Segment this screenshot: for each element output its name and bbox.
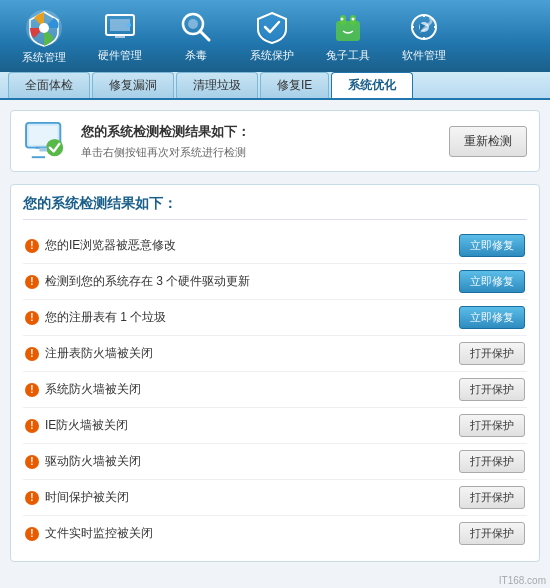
fix-button[interactable]: 立即修复 <box>459 306 525 329</box>
result-row: !IE防火墙被关闭打开保护 <box>23 408 527 444</box>
result-row: !文件实时监控被关闭打开保护 <box>23 516 527 551</box>
result-left-5: !IE防火墙被关闭 <box>25 417 459 434</box>
tab-optimize[interactable]: 系统优化 <box>331 72 413 98</box>
result-text: 您的IE浏览器被恶意修改 <box>45 237 176 254</box>
result-left-2: !您的注册表有 1 个垃圾 <box>25 309 459 326</box>
results-list: !您的IE浏览器被恶意修改立即修复!检测到您的系统存在 3 个硬件驱动更新立即修… <box>23 228 527 551</box>
fix-button[interactable]: 立即修复 <box>459 270 525 293</box>
result-text: 系统防火墙被关闭 <box>45 381 141 398</box>
svg-point-8 <box>188 19 198 29</box>
warning-icon: ! <box>25 239 39 253</box>
protect-button[interactable]: 打开保护 <box>459 342 525 365</box>
nav-rabbit[interactable]: 兔子工具 <box>312 4 384 68</box>
results-title: 您的系统检测结果如下： <box>23 195 527 220</box>
svg-point-1 <box>39 23 49 33</box>
result-row: !系统防火墙被关闭打开保护 <box>23 372 527 408</box>
main-content: 您的系统检测检测结果如下： 单击右侧按钮再次对系统进行检测 重新检测 您的系统检… <box>0 100 550 588</box>
top-nav-bar: 系统管理 硬件管理 杀毒 <box>0 0 550 72</box>
warning-icon: ! <box>25 347 39 361</box>
result-text: 注册表防火墙被关闭 <box>45 345 153 362</box>
svg-point-6 <box>127 23 131 27</box>
result-row: !驱动防火墙被关闭打开保护 <box>23 444 527 480</box>
app-title-label: 系统管理 <box>22 50 66 65</box>
app-logo[interactable]: 系统管理 <box>8 4 80 68</box>
result-left-7: !时间保护被关闭 <box>25 489 459 506</box>
result-left-4: !系统防火墙被关闭 <box>25 381 459 398</box>
result-row: !注册表防火墙被关闭打开保护 <box>23 336 527 372</box>
svg-rect-10 <box>336 21 360 41</box>
result-left-1: !检测到您的系统存在 3 个硬件驱动更新 <box>25 273 459 290</box>
nav-hardware-label: 硬件管理 <box>98 48 142 63</box>
warning-icon: ! <box>25 275 39 289</box>
summary-text: 您的系统检测检测结果如下： 单击右侧按钮再次对系统进行检测 <box>81 123 250 160</box>
result-left-8: !文件实时监控被关闭 <box>25 525 459 542</box>
summary-left: 您的系统检测检测结果如下： 单击右侧按钮再次对系统进行检测 <box>23 121 250 161</box>
fix-button[interactable]: 立即修复 <box>459 234 525 257</box>
svg-line-9 <box>200 31 209 40</box>
result-text: 您的注册表有 1 个垃圾 <box>45 309 166 326</box>
summary-title: 您的系统检测检测结果如下： <box>81 123 250 141</box>
result-left-6: !驱动防火墙被关闭 <box>25 453 459 470</box>
result-left-0: !您的IE浏览器被恶意修改 <box>25 237 459 254</box>
warning-icon: ! <box>25 419 39 433</box>
svg-point-14 <box>352 18 355 21</box>
nav-hardware[interactable]: 硬件管理 <box>84 4 156 68</box>
svg-rect-5 <box>115 35 125 38</box>
nav-software[interactable]: 软件管理 <box>388 4 460 68</box>
nav-protection-label: 系统保护 <box>250 48 294 63</box>
result-text: IE防火墙被关闭 <box>45 417 128 434</box>
tab-bar: 全面体检 修复漏洞 清理垃圾 修复IE 系统优化 <box>0 72 550 100</box>
result-text: 文件实时监控被关闭 <box>45 525 153 542</box>
summary-subtitle: 单击右侧按钮再次对系统进行检测 <box>81 145 250 160</box>
svg-point-19 <box>46 139 63 156</box>
result-text: 检测到您的系统存在 3 个硬件驱动更新 <box>45 273 250 290</box>
recheck-button[interactable]: 重新检测 <box>449 126 527 157</box>
nav-antivirus[interactable]: 杀毒 <box>160 4 232 68</box>
result-row: !您的注册表有 1 个垃圾立即修复 <box>23 300 527 336</box>
svg-rect-21 <box>39 148 47 152</box>
results-section: 您的系统检测结果如下： !您的IE浏览器被恶意修改立即修复!检测到您的系统存在 … <box>10 184 540 562</box>
protect-button[interactable]: 打开保护 <box>459 450 525 473</box>
protect-button[interactable]: 打开保护 <box>459 522 525 545</box>
result-text: 时间保护被关闭 <box>45 489 129 506</box>
result-left-3: !注册表防火墙被关闭 <box>25 345 459 362</box>
result-row: !时间保护被关闭打开保护 <box>23 480 527 516</box>
warning-icon: ! <box>25 455 39 469</box>
warning-icon: ! <box>25 491 39 505</box>
nav-software-label: 软件管理 <box>402 48 446 63</box>
protect-button[interactable]: 打开保护 <box>459 486 525 509</box>
result-row: !您的IE浏览器被恶意修改立即修复 <box>23 228 527 264</box>
watermark: IT168.com <box>499 575 546 586</box>
nav-rabbit-label: 兔子工具 <box>326 48 370 63</box>
protect-button[interactable]: 打开保护 <box>459 414 525 437</box>
protect-button[interactable]: 打开保护 <box>459 378 525 401</box>
warning-icon: ! <box>25 311 39 325</box>
result-text: 驱动防火墙被关闭 <box>45 453 141 470</box>
tab-repair-ie[interactable]: 修复IE <box>260 72 329 98</box>
tab-repair-missing[interactable]: 修复漏洞 <box>92 72 174 98</box>
nav-protection[interactable]: 系统保护 <box>236 4 308 68</box>
svg-point-13 <box>341 18 344 21</box>
computer-icon <box>23 121 71 161</box>
warning-icon: ! <box>25 383 39 397</box>
tab-clean-trash[interactable]: 清理垃圾 <box>176 72 258 98</box>
summary-box: 您的系统检测检测结果如下： 单击右侧按钮再次对系统进行检测 重新检测 <box>10 110 540 172</box>
result-row: !检测到您的系统存在 3 个硬件驱动更新立即修复 <box>23 264 527 300</box>
nav-antivirus-label: 杀毒 <box>185 48 207 63</box>
tab-fullcheck[interactable]: 全面体检 <box>8 72 90 98</box>
warning-icon: ! <box>25 527 39 541</box>
